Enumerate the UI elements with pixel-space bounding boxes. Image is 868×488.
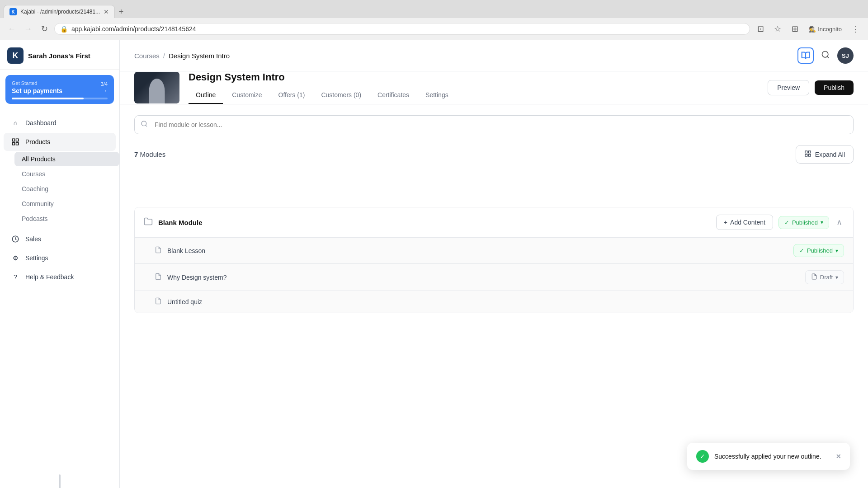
expand-all-grid-icon	[804, 150, 811, 159]
sidebar-item-settings[interactable]: ⚙ Settings	[4, 249, 116, 267]
active-browser-tab[interactable]: K Kajabi - /admin/products/21481... ✕	[4, 5, 115, 18]
bookmark-icon[interactable]: ☆	[771, 22, 784, 36]
collapsed-modules-area	[134, 171, 854, 207]
sidebar: K Sarah Jonas's First Get Started 3/4 Se…	[0, 40, 120, 488]
module-status-badge[interactable]: ✓ Published ▾	[778, 216, 829, 229]
sidebar-item-community[interactable]: Community	[14, 197, 119, 211]
more-options-button[interactable]: ⋮	[849, 22, 863, 36]
breadcrumb: Courses / Design System Intro	[134, 52, 230, 60]
get-started-arrow: →	[100, 87, 108, 95]
get-started-label: Get Started	[12, 80, 37, 86]
modules-header: 7 Modules Expand All	[134, 145, 854, 164]
products-sub-nav: All Products Courses Coaching Community …	[14, 152, 119, 226]
course-tabs: Outline Customize Offers (1) Customers (…	[189, 87, 759, 104]
svg-rect-7	[805, 151, 807, 153]
toast-message: Successfully applied your new outline.	[714, 453, 830, 460]
lesson-status-badge-blank[interactable]: ✓ Published ▾	[793, 244, 844, 257]
sidebar-item-coaching[interactable]: Coaching	[14, 182, 119, 196]
new-tab-button[interactable]: +	[115, 5, 127, 18]
expand-all-button[interactable]: Expand All	[796, 145, 854, 164]
get-started-banner[interactable]: Get Started 3/4 Set up payments →	[5, 75, 114, 104]
toast-notification: ✓ Successfully applied your new outline.…	[687, 443, 850, 470]
sidebar-item-podcasts[interactable]: Podcasts	[14, 211, 119, 226]
status-chevron-icon: ▾	[821, 219, 823, 225]
sidebar-nav: ⌂ Dashboard Products All Products Course…	[0, 109, 119, 488]
tab-outline[interactable]: Outline	[189, 87, 223, 104]
lesson-draft-chevron-icon: ▾	[835, 274, 838, 281]
browser-chrome: K Kajabi - /admin/products/21481... ✕ + …	[0, 0, 868, 40]
tab-favicon: K	[9, 8, 17, 15]
lesson-chevron-icon: ▾	[835, 248, 838, 254]
tab-close-button[interactable]: ✕	[104, 8, 109, 15]
url-input[interactable]	[71, 25, 744, 33]
main-content: Courses / Design System Intro SJ	[120, 40, 868, 488]
svg-rect-1	[16, 139, 19, 141]
sidebar-item-help[interactable]: ? Help & Feedback	[4, 268, 116, 286]
lock-icon: 🔒	[60, 25, 68, 33]
settings-icon: ⚙	[11, 253, 20, 263]
sidebar-item-products[interactable]: Products	[4, 133, 116, 151]
brand-name: Sarah Jonas's First	[28, 52, 90, 60]
get-started-content: Set up payments →	[12, 87, 108, 95]
progress-bar-background	[12, 98, 108, 99]
products-label: Products	[25, 138, 50, 145]
tab-customize[interactable]: Customize	[225, 87, 269, 104]
svg-rect-8	[808, 151, 811, 153]
incognito-profile-button[interactable]: 🕵 Incognito	[805, 24, 845, 34]
lesson-doc-icon-2	[155, 273, 162, 282]
tab-offers[interactable]: Offers (1)	[271, 87, 312, 104]
app-container: K Sarah Jonas's First Get Started 3/4 Se…	[0, 40, 868, 488]
lesson-row-blank-lesson: Blank Lesson ✓ Published ▾	[135, 237, 853, 263]
sidebar-item-courses[interactable]: Courses	[14, 167, 119, 181]
toolbar-right: ⊡ ☆ ⊞ 🕵 Incognito ⋮	[754, 22, 863, 36]
toast-close-button[interactable]: ×	[836, 452, 841, 461]
publish-button[interactable]: Publish	[815, 80, 854, 95]
sidebar-scroll-down[interactable]	[0, 474, 119, 488]
profile-label: Incognito	[818, 26, 842, 33]
module-actions: + Add Content ✓ Published ▾ ∧	[716, 215, 844, 230]
lesson-name-why-design: Why Design system?	[167, 274, 800, 281]
nav-divider	[0, 228, 119, 228]
forward-button[interactable]: →	[22, 23, 34, 35]
search-icon-button[interactable]	[821, 50, 830, 61]
browser-toolbar: ← → ↻ 🔒 ⊡ ☆ ⊞ 🕵 Incognito ⋮	[0, 18, 868, 40]
svg-point-6	[142, 121, 146, 126]
settings-label: Settings	[25, 254, 48, 262]
breadcrumb-parent-link[interactable]: Courses	[134, 52, 160, 60]
lesson-doc-icon-3	[155, 297, 162, 306]
browser-tabs: K Kajabi - /admin/products/21481... ✕ +	[0, 0, 868, 18]
profile-extensions-icon[interactable]: ⊞	[788, 22, 802, 36]
book-icon-button[interactable]	[797, 47, 814, 64]
sidebar-item-all-products[interactable]: All Products	[14, 152, 119, 166]
brand-logo[interactable]: K Sarah Jonas's First	[7, 47, 112, 64]
toast-success-icon: ✓	[696, 450, 709, 463]
lesson-name-blank: Blank Lesson	[167, 247, 788, 254]
add-content-button[interactable]: + Add Content	[716, 215, 773, 230]
module-container-blank: Blank Module + Add Content ✓ Published ▾	[134, 207, 854, 313]
svg-point-5	[822, 51, 828, 57]
help-icon: ?	[11, 272, 20, 282]
lesson-status-label-why-design: Draft	[820, 274, 833, 281]
lesson-name-untitled-quiz: Untitled quiz	[167, 298, 844, 305]
reload-button[interactable]: ↻	[38, 23, 51, 35]
module-search-input[interactable]	[134, 115, 854, 134]
back-button[interactable]: ←	[5, 23, 18, 35]
tab-customers[interactable]: Customers (0)	[314, 87, 368, 104]
lesson-status-badge-why-design[interactable]: Draft ▾	[805, 270, 844, 284]
cast-icon[interactable]: ⊡	[754, 22, 767, 36]
svg-rect-10	[808, 154, 811, 156]
preview-button[interactable]: Preview	[768, 80, 809, 95]
sidebar-header: K Sarah Jonas's First	[0, 40, 119, 70]
address-bar[interactable]: 🔒	[54, 23, 750, 35]
sidebar-item-dashboard[interactable]: ⌂ Dashboard	[4, 114, 116, 132]
module-collapse-button[interactable]: ∧	[835, 216, 844, 229]
svg-rect-3	[16, 143, 19, 145]
sidebar-item-sales[interactable]: Sales	[4, 230, 116, 248]
modules-count: 7 Modules	[134, 150, 165, 158]
sales-icon	[11, 235, 20, 244]
tab-certificates[interactable]: Certificates	[370, 87, 416, 104]
user-avatar[interactable]: SJ	[837, 47, 854, 64]
products-icon	[11, 137, 20, 146]
brand-icon: K	[7, 47, 24, 64]
tab-settings[interactable]: Settings	[418, 87, 456, 104]
